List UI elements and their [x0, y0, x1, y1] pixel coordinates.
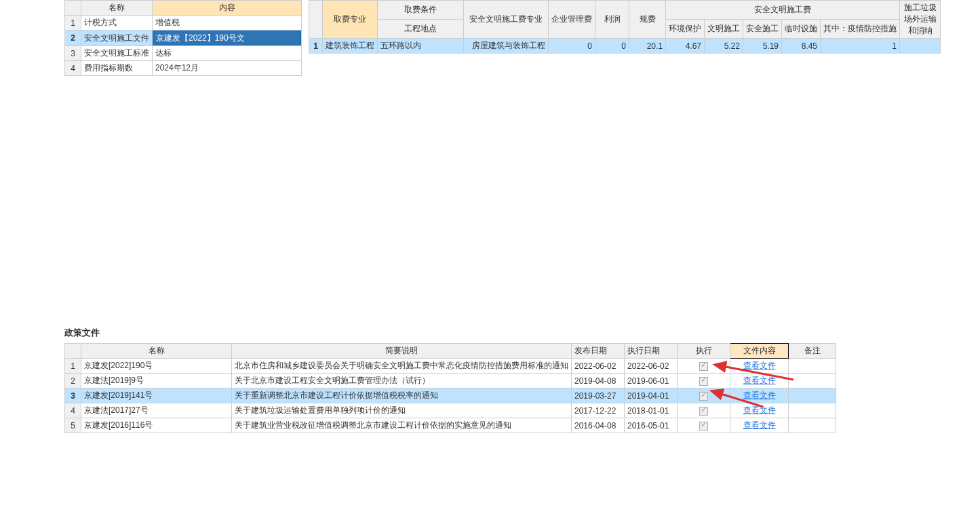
- cell-civil[interactable]: 5.22: [705, 39, 743, 54]
- cell-garbage[interactable]: [900, 39, 941, 54]
- left-header-content: 内容: [153, 1, 302, 16]
- policy-row[interactable]: 5 京建发[2016]116号 关于建筑业营业税改征增值税调整北京市建设工程计价…: [65, 418, 836, 433]
- rownum: 4: [65, 61, 81, 76]
- cell-proj-loc[interactable]: 五环路以内: [378, 39, 464, 54]
- rownum-header: [309, 1, 323, 39]
- header-garbage: 施工垃圾场外运输和消纳: [900, 1, 941, 39]
- header-ent-mgmt: 企业管理费: [549, 1, 595, 39]
- content-cell[interactable]: 达标: [153, 46, 302, 61]
- policy-header-desc: 简要说明: [232, 344, 572, 359]
- rownum: 1: [65, 359, 81, 374]
- header-proj-loc: 工程地点: [378, 20, 464, 39]
- policy-name: 京建发[2019]141号: [81, 388, 232, 403]
- rownum: 5: [65, 418, 81, 433]
- content-input[interactable]: 京建发【2022】190号文: [153, 31, 301, 45]
- policy-pub: 2022-06-02: [572, 359, 625, 374]
- name-cell: 安全文明施工文件: [81, 31, 153, 46]
- policy-name: 京建法[2019]9号: [81, 374, 232, 388]
- rownum: 3: [65, 46, 81, 61]
- policy-eff: 2016-05-01: [625, 418, 678, 433]
- header-safety-major: 安全文明施工费专业: [464, 1, 549, 39]
- checkbox-icon[interactable]: [699, 407, 708, 416]
- rownum: 3: [65, 388, 81, 403]
- policy-files-table[interactable]: 名称 简要说明 发布日期 执行日期 执行 文件内容 备注 1 京建发[2022]…: [64, 343, 836, 433]
- name-cell: 计税方式: [81, 16, 153, 31]
- checkbox-icon[interactable]: [699, 392, 708, 401]
- right-rates-table[interactable]: 取费专业 取费条件 安全文明施工费专业 企业管理费 利润 规费 安全文明施工费 …: [309, 0, 941, 54]
- policy-header-pub: 发布日期: [572, 344, 625, 359]
- policy-desc: 北京市住房和城乡建设委员会关于明确安全文明施工费中常态化疫情防控措施费用标准的通…: [232, 359, 572, 374]
- cell-ent-mgmt[interactable]: 0: [549, 39, 595, 54]
- policy-exec[interactable]: [678, 418, 730, 433]
- right-row[interactable]: 1 建筑装饰工程 五环路以内 房屋建筑与装饰工程 0 0 20.1 4.67 5…: [309, 39, 941, 54]
- left-parameters-table[interactable]: 名称 内容 1 计税方式增值税2 安全文明施工文件京建发【2022】190号文3…: [64, 0, 302, 76]
- header-safety-group: 安全文明施工费: [666, 1, 900, 20]
- policy-header-exec: 执行: [678, 344, 730, 359]
- policy-eff: 2019-06-01: [625, 374, 678, 388]
- header-temp: 临时设施: [782, 20, 821, 39]
- left-row[interactable]: 3 安全文明施工标准达标: [65, 46, 302, 61]
- rownum-header: [65, 344, 81, 359]
- checkbox-icon[interactable]: [699, 377, 708, 386]
- rownum: 2: [65, 374, 81, 388]
- rownum: 1: [309, 39, 323, 54]
- cell-temp[interactable]: 8.45: [782, 39, 821, 54]
- cell-safe[interactable]: 5.19: [743, 39, 782, 54]
- policy-name: 京建法[2017]27号: [81, 403, 232, 418]
- policy-remark: [789, 403, 836, 418]
- cell-regfee[interactable]: 20.1: [629, 39, 666, 54]
- header-env: 环境保护: [666, 20, 705, 39]
- cell-fee-major[interactable]: 建筑装饰工程: [323, 39, 378, 54]
- content-cell[interactable]: 增值税: [153, 16, 302, 31]
- rownum: 4: [65, 403, 81, 418]
- rownum-header: [65, 1, 81, 16]
- checkbox-icon[interactable]: [699, 362, 708, 371]
- header-safe: 安全施工: [743, 20, 782, 39]
- content-cell[interactable]: 2024年12月: [153, 61, 302, 76]
- svg-line-1: [719, 393, 763, 407]
- cell-pandemic[interactable]: 1: [821, 39, 900, 54]
- rownum: 1: [65, 16, 81, 31]
- policy-header-remark: 备注: [789, 344, 836, 359]
- policy-remark: [789, 388, 836, 403]
- header-civil: 文明施工: [705, 20, 743, 39]
- policy-name: 京建发[2016]116号: [81, 418, 232, 433]
- left-row[interactable]: 2 安全文明施工文件京建发【2022】190号文: [65, 31, 302, 46]
- policy-section-title: 政策文件: [64, 327, 980, 339]
- name-cell: 费用指标期数: [81, 61, 153, 76]
- left-row[interactable]: 1 计税方式增值税: [65, 16, 302, 31]
- svg-line-0: [722, 366, 793, 380]
- policy-desc: 关于建筑业营业税改征增值税调整北京市建设工程计价依据的实施意见的通知: [232, 418, 572, 433]
- view-file-link[interactable]: 查看文件: [743, 420, 776, 430]
- policy-header-eff: 执行日期: [625, 344, 678, 359]
- policy-file-cell: 查看文件: [730, 418, 789, 433]
- policy-desc: 关于建筑垃圾运输处置费用单独列项计价的通知: [232, 403, 572, 418]
- header-regfee: 规费: [629, 1, 666, 39]
- checkbox-icon[interactable]: [699, 422, 708, 431]
- name-cell: 安全文明施工标准: [81, 46, 153, 61]
- header-fee-major: 取费专业: [323, 1, 378, 39]
- policy-eff: 2018-01-01: [625, 403, 678, 418]
- cell-profit[interactable]: 0: [595, 39, 629, 54]
- policy-name: 京建发[2022]190号: [81, 359, 232, 374]
- cell-safety-major[interactable]: 房屋建筑与装饰工程: [464, 39, 549, 54]
- header-pandemic: 其中：疫情防控措施: [821, 20, 900, 39]
- policy-desc: 关于重新调整北京市建设工程计价依据增值税税率的通知: [232, 388, 572, 403]
- policy-desc: 关于北京市建设工程安全文明施工费管理办法（试行）: [232, 374, 572, 388]
- cell-env[interactable]: 4.67: [666, 39, 705, 54]
- policy-pub: 2019-04-08: [572, 374, 625, 388]
- header-fee-cond: 取费条件: [378, 1, 464, 20]
- policy-eff: 2022-06-02: [625, 359, 678, 374]
- rownum: 2: [65, 31, 81, 46]
- policy-pub: 2019-03-27: [572, 388, 625, 403]
- policy-header-file: 文件内容: [730, 344, 789, 359]
- policy-pub: 2016-04-08: [572, 418, 625, 433]
- left-header-name: 名称: [81, 1, 153, 16]
- policy-remark: [789, 418, 836, 433]
- policy-eff: 2019-04-01: [625, 388, 678, 403]
- policy-pub: 2017-12-22: [572, 403, 625, 418]
- left-row[interactable]: 4 费用指标期数2024年12月: [65, 61, 302, 76]
- header-profit: 利润: [595, 1, 629, 39]
- policy-header-name: 名称: [81, 344, 232, 359]
